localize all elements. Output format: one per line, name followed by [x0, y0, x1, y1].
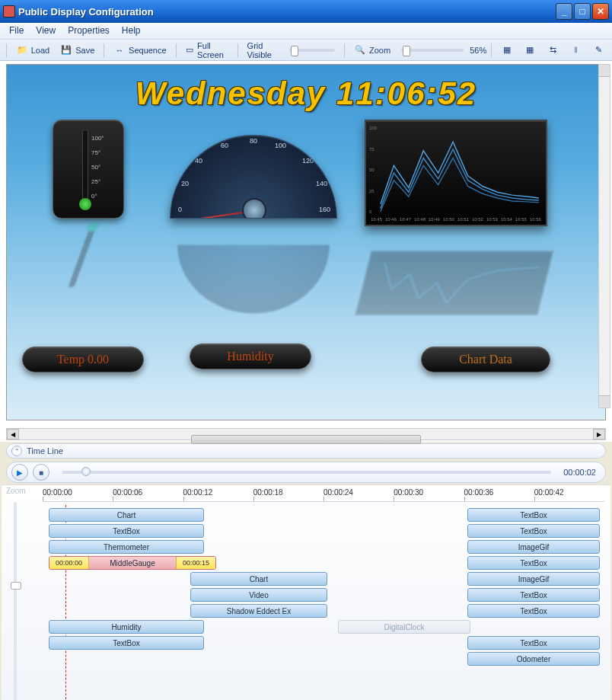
chart-reflection — [355, 238, 556, 315]
playhead-time: 00:00:02 — [563, 468, 596, 477]
timeline-clip[interactable]: TextBox — [467, 524, 600, 538]
timeline-clip[interactable]: Thermometer — [49, 540, 204, 554]
timeline-clip[interactable]: Chart — [190, 572, 327, 586]
timeline-controls: ▶ ■ 00:00:02 — [6, 462, 606, 483]
timeline-clip[interactable]: TextBox — [467, 556, 600, 570]
maximize-button[interactable]: □ — [574, 3, 591, 20]
chart-svg — [366, 121, 546, 225]
more-tools-icon[interactable]: ✎ — [588, 42, 609, 59]
thermometer-reflection — [15, 232, 144, 293]
send-backward-icon[interactable]: ▦ — [519, 42, 540, 59]
save-button[interactable]: 💾Save — [56, 42, 99, 59]
fullscreen-icon: ▭ — [185, 44, 194, 56]
timeline-clip[interactable]: TextBox — [467, 508, 600, 522]
thermometer-widget[interactable]: 100° 75° 50° 25° 0° — [53, 120, 124, 219]
timeline-tracks[interactable]: ChartTextBoxThermometer00:00:00MiddleGau… — [43, 508, 604, 700]
menu-file[interactable]: File — [3, 23, 30, 39]
thermometer-ticks: 100° 75° 50° 25° 0° — [91, 131, 120, 203]
timeline-clip[interactable]: Shadow Eddect Ex — [190, 604, 327, 618]
timeline-area: Zoom 00:00:00 00:00:06 00:00:12 00:00:18… — [2, 484, 610, 700]
app-icon — [3, 5, 15, 18]
gauge-widget[interactable]: 0 20 40 60 80 100 120 140 160 — [170, 135, 337, 234]
timeline-clip[interactable]: DigitalClock — [338, 620, 470, 634]
timeline-clip[interactable]: TextBox — [49, 636, 204, 650]
timeline-zoom-slider[interactable] — [14, 502, 17, 700]
timeline-ruler[interactable]: 00:00:00 00:00:06 00:00:12 00:00:18 00:0… — [43, 488, 604, 502]
save-icon: 💾 — [60, 44, 72, 56]
zoom-slider[interactable] — [401, 49, 464, 52]
timeline-title: Time Line — [27, 446, 63, 455]
timeline-clip[interactable]: TextBox — [467, 604, 600, 618]
menu-properties[interactable]: Properties — [62, 23, 116, 39]
timeline-zoom-label: Zoom — [6, 487, 29, 495]
scroll-right-icon[interactable]: ▶ — [593, 429, 605, 439]
align-icon[interactable]: ⇆ — [542, 42, 563, 59]
fullscreen-button[interactable]: ▭Full Screen — [180, 39, 233, 62]
chartdata-pill[interactable]: Chart Data — [421, 347, 550, 372]
zoom-icon: 🔍 — [354, 44, 366, 56]
timeline-clip[interactable]: TextBox — [467, 588, 600, 602]
menu-view[interactable]: View — [30, 23, 62, 39]
distribute-icon[interactable]: ⫴ — [565, 42, 586, 59]
gridvisible-button[interactable]: Grid Visible — [243, 39, 284, 62]
timeline-clip[interactable]: TextBox — [49, 524, 204, 538]
menu-bar: File View Properties Help — [0, 23, 612, 40]
close-button[interactable]: ✕ — [592, 3, 609, 20]
canvas-vscroll[interactable] — [598, 64, 610, 408]
timeline-clip[interactable]: TextBox — [467, 636, 600, 650]
chart-widget[interactable]: 1007550250 10:4510:4610:4710:4810:4910:5… — [365, 120, 547, 226]
canvas-hscroll[interactable]: ◀ ▶ — [6, 428, 606, 440]
timeline-header: ⌃ Time Line — [6, 443, 606, 459]
collapse-icon[interactable]: ⌃ — [11, 446, 22, 456]
timeline-clip[interactable]: 00:00:00MiddleGauge00:00:15 — [49, 556, 216, 570]
timeline-clip[interactable]: ImageGif — [467, 572, 600, 586]
canvas-area: Wednesday 11:06:52 100° 75° 50° 25° 0° 0… — [0, 61, 612, 427]
timeline-clip[interactable]: Video — [190, 588, 327, 602]
sequence-button[interactable]: ↔Sequence — [109, 42, 171, 59]
temp-pill[interactable]: Temp 0.00 — [22, 347, 144, 372]
window-title: Public Display Configuration — [18, 6, 554, 18]
play-button[interactable]: ▶ — [11, 464, 28, 481]
digital-clock-widget[interactable]: Wednesday 11:06:52 — [7, 75, 605, 112]
zoom-value: 56% — [470, 46, 486, 55]
timeline-scrubber[interactable] — [62, 471, 551, 474]
bring-forward-icon[interactable]: ▦ — [496, 42, 518, 59]
design-canvas[interactable]: Wednesday 11:06:52 100° 75° 50° 25° 0° 0… — [6, 64, 606, 420]
stop-button[interactable]: ■ — [33, 464, 49, 481]
toolbar: 📁Load 💾Save ↔Sequence ▭Full Screen Grid … — [0, 40, 612, 61]
title-bar: Public Display Configuration _ □ ✕ — [0, 0, 612, 23]
minimize-button[interactable]: _ — [556, 3, 572, 20]
timeline-clip[interactable]: Humidity — [49, 620, 204, 634]
scroll-left-icon[interactable]: ◀ — [7, 429, 19, 439]
zoom-label: 🔍Zoom — [349, 42, 395, 59]
gauge-reflection — [177, 238, 330, 314]
menu-help[interactable]: Help — [116, 23, 147, 39]
sequence-icon: ↔ — [113, 44, 126, 56]
grid-slider[interactable] — [289, 49, 335, 52]
folder-icon: 📁 — [16, 44, 28, 56]
timeline-clip[interactable]: Chart — [49, 508, 204, 522]
load-button[interactable]: 📁Load — [11, 42, 54, 59]
timeline-clip[interactable]: ImageGif — [467, 540, 600, 554]
timeline-clip[interactable]: Odometer — [467, 652, 600, 666]
humidity-pill[interactable]: Humidity — [190, 344, 311, 369]
